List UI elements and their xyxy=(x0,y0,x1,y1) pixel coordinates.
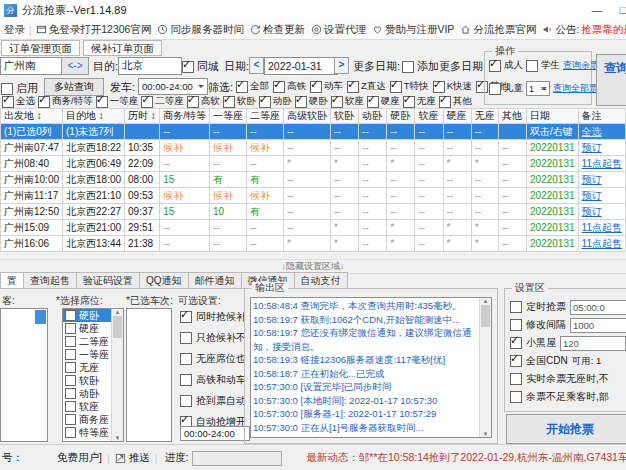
train-type-checkbox[interactable]: 高铁 xyxy=(273,80,306,93)
setting-row[interactable]: 全国CDN 可用: 1 xyxy=(510,353,626,369)
settings-tab[interactable]: QQ通知 xyxy=(140,272,189,289)
remark-link[interactable]: 预订 xyxy=(578,204,625,220)
minimize-button[interactable]: — xyxy=(584,1,610,19)
option-time-input[interactable]: 00:00-24:00 xyxy=(180,426,250,441)
column-header[interactable]: 硬座 xyxy=(443,109,471,124)
check-update-button[interactable]: 检查更新 xyxy=(247,23,308,37)
query-trains-button[interactable]: 查询车次 xyxy=(596,54,626,106)
setting-row[interactable]: 实时余票无座时,不 xyxy=(510,371,626,387)
option-checkbox[interactable]: 无座席位也候 xyxy=(180,352,244,365)
column-header[interactable]: 商务/特等 xyxy=(160,109,210,124)
seat-type-checkbox[interactable]: 硬座 xyxy=(367,95,400,108)
column-header[interactable]: 出发地 ↕ xyxy=(1,109,63,124)
seat-option[interactable]: 动卧 xyxy=(63,387,112,400)
column-header[interactable]: 二等座 xyxy=(246,109,283,124)
seat-list-scrollbar[interactable]: ▲ ▼ xyxy=(111,309,123,441)
same-city-checkbox[interactable]: 同城 xyxy=(182,59,219,74)
start-grabbing-button[interactable]: 开始抢票 xyxy=(506,414,626,444)
option-checkbox[interactable]: 同时抢候补功 xyxy=(180,310,244,323)
train-type-checkbox[interactable]: 全部 xyxy=(236,80,269,93)
remark-link[interactable]: 预订 xyxy=(578,172,625,188)
setting-input[interactable]: 120 xyxy=(560,336,626,351)
seat-type-checkbox[interactable]: 软卧 xyxy=(223,95,256,108)
adult-checkbox[interactable]: 成人 xyxy=(489,59,523,72)
setting-row[interactable]: 修改间隔 1000 xyxy=(510,317,626,333)
setting-row[interactable]: 余票不足乘客时,部 xyxy=(510,389,626,405)
column-header[interactable]: 无座 xyxy=(471,109,498,124)
prev-date-button[interactable]: < xyxy=(249,57,264,74)
vip-button[interactable]: 赞助与注册VIP xyxy=(369,23,457,37)
seat-type-checkbox[interactable]: 商务/特等 xyxy=(38,95,93,108)
scrollbar-thumb[interactable] xyxy=(113,316,122,338)
seat-type-checkbox[interactable]: 无座 xyxy=(403,95,436,108)
swap-stations-button[interactable]: <-> xyxy=(61,57,89,75)
settings-tab[interactable]: 自动支付 xyxy=(295,272,348,289)
train-type-checkbox[interactable]: Z直达 xyxy=(347,80,386,93)
seat-type-checkbox[interactable]: 软座 xyxy=(331,95,364,108)
tab-waitlist-orders[interactable]: 候补订单页面 xyxy=(83,40,162,56)
table-row[interactable]: 广州08:40北京西06:4922:09------**--*--**--202… xyxy=(1,156,626,172)
seat-type-checkbox[interactable]: 高软 xyxy=(187,95,220,108)
sync-time-button[interactable]: 同步服务器时间 xyxy=(154,23,247,37)
remark-link[interactable]: 11点起售 xyxy=(578,156,625,172)
option-checkbox[interactable]: 只抢候补不抢 xyxy=(180,331,244,344)
table-row[interactable]: 广州16:06北京西13:4421:38------**--*--**--202… xyxy=(1,236,626,252)
open-12306-button[interactable]: 免登录打开12306官网 xyxy=(33,23,155,37)
table-row[interactable]: (1)已选0列(1)未选7列--------------------双击/右键全… xyxy=(1,124,626,140)
student-checkbox[interactable]: 学生 xyxy=(526,59,560,72)
column-header[interactable]: 动卧 xyxy=(359,109,387,124)
seat-option[interactable]: 一等座 xyxy=(63,348,112,361)
scrollbar-thumb[interactable] xyxy=(481,305,490,327)
from-station-input[interactable]: 广州南 xyxy=(0,57,64,75)
next-date-button[interactable]: > xyxy=(334,57,349,74)
column-header[interactable]: 高级软卧 xyxy=(283,109,330,124)
column-header[interactable]: 备注 xyxy=(578,109,625,124)
passenger-listbox[interactable] xyxy=(0,308,48,442)
push-checkbox[interactable]: 推送 xyxy=(115,451,150,465)
date-input[interactable]: 2022-01-31 xyxy=(264,57,338,75)
column-header[interactable]: 硬卧 xyxy=(387,109,415,124)
column-header[interactable]: 一等座 xyxy=(209,109,246,124)
output-scrollbar[interactable]: ▲ ▼ xyxy=(479,298,491,437)
seat-type-checkbox[interactable]: 动卧 xyxy=(259,95,292,108)
settings-tab[interactable]: 验证码设置 xyxy=(77,272,140,289)
proxy-button[interactable]: 设置代理 xyxy=(308,23,369,37)
remark-link[interactable]: 11点起售 xyxy=(578,236,625,252)
setting-row[interactable]: 小黑屋 120 xyxy=(510,335,626,351)
remark-link[interactable]: 11点起售 xyxy=(578,220,625,236)
settings-tab[interactable]: 查询起售 xyxy=(24,272,77,289)
scroll-down-icon[interactable]: ▼ xyxy=(115,435,121,441)
login-button[interactable]: 登录 xyxy=(1,23,28,37)
table-row[interactable]: 广州南07:47北京西18:2210:35候补候补候补-------------… xyxy=(1,140,626,156)
seat-type-checkbox[interactable]: 硬卧 xyxy=(295,95,328,108)
scroll-down-icon[interactable]: ▼ xyxy=(483,431,489,437)
setting-input[interactable]: 1000 xyxy=(570,318,626,333)
setting-row[interactable]: 定时抢票 05:00:0 xyxy=(510,299,626,315)
table-row[interactable]: 广州15:09北京西21:0029:51--------*--*--**--20… xyxy=(1,220,626,236)
child-count-stepper[interactable]: 1 xyxy=(526,81,550,96)
column-header[interactable]: 历时 ↕ xyxy=(125,109,160,124)
seat-option[interactable]: 硬座 xyxy=(63,322,112,335)
tab-order-management[interactable]: 订单管理页面 xyxy=(1,40,80,56)
settings-tab[interactable]: 置 xyxy=(0,272,24,289)
seat-option[interactable]: 软座 xyxy=(63,400,112,413)
seat-option[interactable]: 二等座 xyxy=(63,335,112,348)
seat-type-checkbox[interactable]: 全选 xyxy=(2,95,35,108)
seat-type-checkbox[interactable]: 一等座 xyxy=(96,95,139,108)
remark-link[interactable]: 预订 xyxy=(578,140,625,156)
seat-type-checkbox[interactable]: 二等座 xyxy=(141,95,184,108)
column-header[interactable]: 目的地 ↕ xyxy=(63,109,125,124)
settings-tab[interactable]: 邮件通知 xyxy=(189,272,242,289)
maximize-button[interactable]: □ xyxy=(610,1,626,19)
train-type-checkbox[interactable]: K快速 xyxy=(433,80,472,93)
scrollbar-thumb[interactable] xyxy=(35,310,46,324)
column-header[interactable]: 其他 xyxy=(498,109,526,124)
column-header[interactable]: 软卧 xyxy=(330,109,358,124)
seat-option[interactable]: 硬卧 xyxy=(63,309,112,322)
seat-option[interactable]: 无座 xyxy=(63,361,112,374)
setting-input[interactable]: 05:00:0 xyxy=(570,300,626,315)
train-type-checkbox[interactable]: 动车 xyxy=(310,80,343,93)
remark-link[interactable]: 预订 xyxy=(578,188,625,204)
seat-option[interactable]: 特等座 xyxy=(63,426,112,439)
seat-type-checkbox[interactable]: 其他 xyxy=(439,95,472,108)
